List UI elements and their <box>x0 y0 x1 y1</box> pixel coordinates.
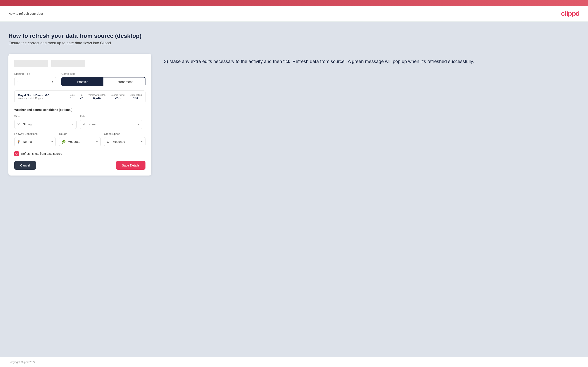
instruction-text: 3) Make any extra edits necessary to the… <box>164 58 579 65</box>
fairway-label: Fairway Conditions <box>14 132 56 135</box>
game-type-toggle: Practice Tournament <box>61 77 146 86</box>
fairway-select[interactable]: Normal <box>14 137 56 146</box>
slope-rating-label: Slope rating <box>130 94 142 96</box>
refresh-checkbox[interactable] <box>14 151 19 156</box>
save-button[interactable]: Save Details <box>116 161 146 170</box>
form-panel: Starting Hole 1 ▼ Game Type Practice Tou… <box>9 54 151 175</box>
par-label: Par <box>80 94 83 96</box>
starting-hole-label: Starting Hole <box>14 72 56 75</box>
course-name: Royal North Devon GC, <box>18 94 65 97</box>
footer-copyright: Copyright Clippd 2022 <box>9 360 35 364</box>
rain-select[interactable]: None <box>80 120 142 129</box>
game-type-label: Game Type <box>61 72 146 75</box>
page-heading: How to refresh your data from source (de… <box>9 33 579 39</box>
holes-label: Holes <box>69 94 75 96</box>
slope-rating-value: 134 <box>133 96 138 100</box>
starting-hole-select[interactable]: 1 <box>14 77 56 86</box>
rain-label: Rain <box>80 115 142 118</box>
cancel-button[interactable]: Cancel <box>14 161 36 170</box>
course-rating-value: 72.5 <box>115 96 121 100</box>
nav-title: How to refresh your data <box>9 12 43 15</box>
wind-label: Wind <box>14 115 77 118</box>
yards-label: Yards/White (M)) <box>88 94 105 96</box>
course-rating-label: Course rating <box>111 94 124 96</box>
conditions-title: Weather and course conditions (optional) <box>14 108 146 111</box>
course-row: Royal North Devon GC, Westward Ho!, Engl… <box>14 91 146 103</box>
tournament-btn[interactable]: Tournament <box>104 77 145 86</box>
par-value: 72 <box>80 96 83 100</box>
green-speed-label: Green Speed <box>104 132 146 135</box>
instruction-panel: 3) Make any extra edits necessary to the… <box>164 54 579 65</box>
wind-select[interactable]: Strong <box>14 120 77 129</box>
practice-btn[interactable]: Practice <box>62 77 104 86</box>
holes-value: 18 <box>70 96 73 100</box>
course-location: Westward Ho!, England <box>18 97 65 100</box>
yards-value: 6,744 <box>93 96 101 100</box>
rough-select[interactable]: Moderate <box>59 137 101 146</box>
logo: clippd <box>561 10 579 17</box>
rough-label: Rough <box>59 132 101 135</box>
page-subheading: Ensure the correct and most up to date d… <box>9 41 579 45</box>
green-speed-select[interactable]: Moderate <box>104 137 146 146</box>
refresh-checkbox-label: Refresh shots from data source <box>21 152 62 155</box>
